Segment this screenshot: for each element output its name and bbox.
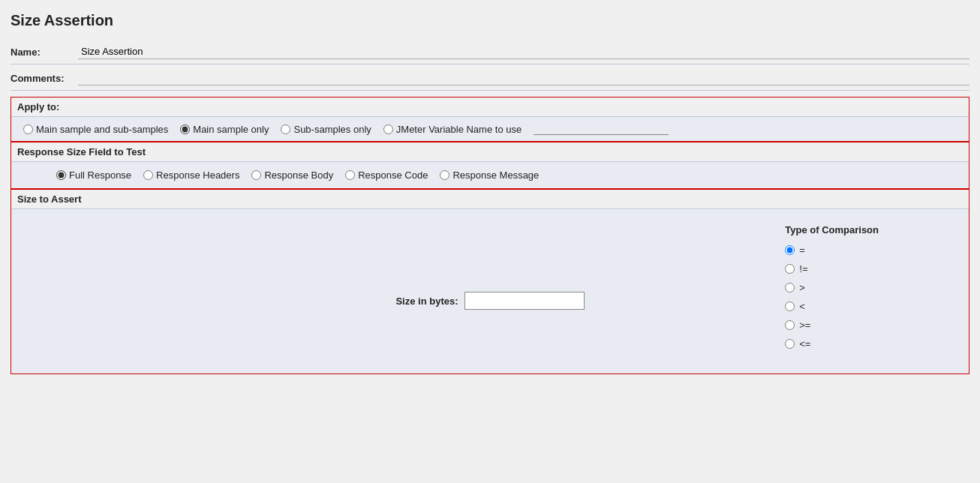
- response-size-title: Response Size Field to Test: [11, 142, 969, 161]
- apply-to-label: Apply to:: [11, 98, 969, 116]
- name-input[interactable]: [78, 44, 969, 59]
- radio-gte-label: >=: [799, 320, 810, 331]
- radio-main-only[interactable]: Main sample only: [180, 124, 269, 135]
- apply-to-radio-group: Main sample and sub-samples Main sample …: [23, 123, 957, 135]
- radio-response-body[interactable]: Response Body: [251, 170, 333, 181]
- comments-input[interactable]: [78, 70, 969, 86]
- radio-neq-label: !=: [799, 263, 807, 274]
- radio-gte-item[interactable]: >=: [785, 320, 879, 331]
- comments-row: Comments:: [11, 66, 969, 91]
- radio-jmeter-var-label: JMeter Variable Name to use: [396, 124, 522, 135]
- radio-sub-only[interactable]: Sub-samples only: [281, 124, 371, 135]
- radio-main-sub-label: Main sample and sub-samples: [36, 124, 168, 135]
- radio-main-only-label: Main sample only: [193, 124, 269, 135]
- radio-eq-input[interactable]: [785, 245, 795, 255]
- radio-response-headers[interactable]: Response Headers: [143, 170, 239, 181]
- radio-lte-input[interactable]: [785, 339, 795, 349]
- radio-response-body-input[interactable]: [251, 170, 261, 180]
- radio-neq-input[interactable]: [785, 264, 795, 274]
- radio-main-sub[interactable]: Main sample and sub-samples: [23, 124, 168, 135]
- radio-gte-input[interactable]: [785, 320, 795, 330]
- radio-response-code[interactable]: Response Code: [345, 170, 428, 181]
- radio-main-only-input[interactable]: [180, 124, 190, 134]
- jmeter-var-text-input[interactable]: [534, 123, 669, 135]
- size-assert-title: Size to Assert: [11, 190, 969, 208]
- radio-sub-only-label: Sub-samples only: [293, 124, 371, 135]
- page-title: Size Assertion: [11, 12, 969, 29]
- size-assert-section: Size to Assert Size in bytes: Type of Co…: [11, 189, 969, 374]
- apply-to-section: Apply to: Main sample and sub-samples Ma…: [11, 97, 969, 142]
- radio-eq-label: =: [799, 244, 805, 256]
- radio-jmeter-var-input[interactable]: [383, 124, 393, 134]
- radio-neq-item[interactable]: !=: [785, 263, 879, 274]
- apply-to-content: Main sample and sub-samples Main sample …: [11, 116, 969, 141]
- response-size-content: Full Response Response Headers Response …: [11, 161, 969, 188]
- radio-lte-item[interactable]: <=: [785, 338, 879, 350]
- size-assert-content: Size in bytes: Type of Comparison = != >: [11, 208, 969, 374]
- radio-full-response[interactable]: Full Response: [56, 170, 131, 181]
- radio-main-sub-input[interactable]: [23, 124, 33, 134]
- radio-full-response-label: Full Response: [69, 170, 131, 181]
- radio-response-headers-label: Response Headers: [156, 170, 239, 181]
- radio-lte-label: <=: [799, 338, 810, 350]
- name-label: Name:: [11, 46, 78, 58]
- comparison-title: Type of Comparison: [785, 224, 879, 236]
- response-size-radio-group: Full Response Response Headers Response …: [56, 170, 969, 181]
- radio-eq-item[interactable]: =: [785, 244, 879, 256]
- comparison-panel: Type of Comparison = != > <: [785, 224, 879, 357]
- radio-response-message-input[interactable]: [440, 170, 449, 180]
- radio-response-message[interactable]: Response Message: [440, 170, 539, 181]
- comments-label: Comments:: [11, 73, 78, 84]
- radio-lt-label: <: [799, 301, 805, 312]
- main-container: Size Assertion Name: Comments: Apply to:…: [0, 0, 980, 386]
- radio-response-code-label: Response Code: [358, 170, 428, 181]
- radio-gt-input[interactable]: [785, 283, 795, 292]
- radio-sub-only-input[interactable]: [281, 124, 290, 134]
- radio-response-body-label: Response Body: [264, 170, 333, 181]
- radio-gt-label: >: [799, 282, 805, 293]
- radio-gt-item[interactable]: >: [785, 282, 879, 293]
- size-in-bytes-input[interactable]: [464, 292, 585, 310]
- size-in-bytes-label: Size in bytes:: [395, 296, 458, 307]
- radio-response-headers-input[interactable]: [143, 170, 153, 180]
- radio-full-response-input[interactable]: [56, 170, 66, 180]
- radio-lt-item[interactable]: <: [785, 301, 879, 312]
- radio-lt-input[interactable]: [785, 302, 795, 311]
- name-row: Name:: [11, 40, 969, 64]
- response-size-section: Response Size Field to Test Full Respons…: [11, 142, 969, 189]
- radio-jmeter-var[interactable]: JMeter Variable Name to use: [383, 124, 522, 135]
- radio-response-code-input[interactable]: [345, 170, 355, 180]
- radio-response-message-label: Response Message: [452, 170, 539, 181]
